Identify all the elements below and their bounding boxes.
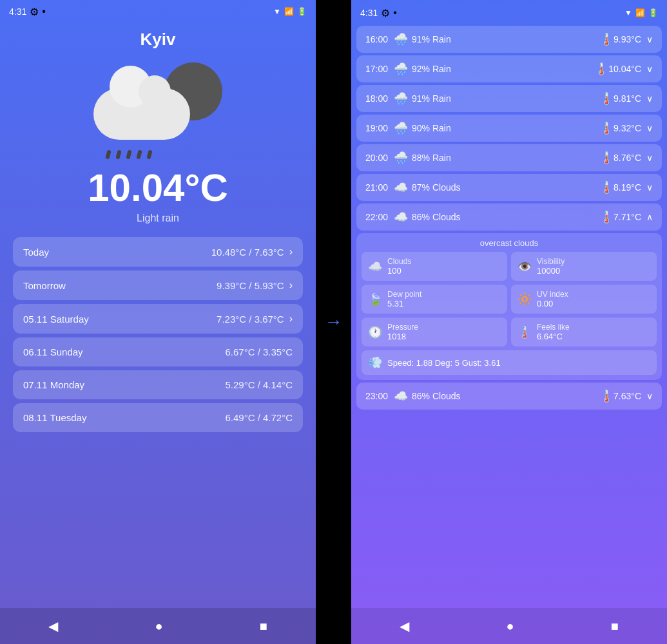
left-status-right: ▼ 📶 🔋	[273, 7, 307, 16]
forecast-temps-3: 6.67°C / 3.35°C	[225, 346, 293, 357]
forecast-day-1: Tomorrow	[23, 280, 217, 291]
forecast-day-5: 08.11 Tuesday	[23, 412, 225, 423]
hourly-desc-7: 86% Clouds	[412, 391, 461, 401]
hourly-icon-0: 🌧️	[394, 32, 408, 46]
hourly-icon-5: ☁️	[394, 180, 408, 194]
hourly-temp-7: 7.63°C	[614, 391, 641, 401]
hourly-weather-info-6: ☁️ 86% Clouds	[394, 210, 599, 224]
forecast-temps-1: 9.39°C / 5.93°C	[217, 280, 284, 291]
right-status-right: ▼ 📶 🔋	[624, 8, 658, 17]
forecast-item-2[interactable]: 05.11 Saturday 7.23°C / 3.67°C ›	[13, 304, 303, 334]
city-name: Kyiv	[140, 30, 176, 50]
feels-like-icon: 🌡️	[517, 325, 532, 339]
hourly-desc-3: 90% Rain	[412, 123, 451, 133]
hourly-weather-info-4: 🌧️ 88% Rain	[394, 151, 599, 165]
hourly-row-3[interactable]: 19:00 🌧️ 90% Rain 🌡️ 9.32°C ∨	[356, 115, 662, 142]
hourly-chevron-4[interactable]: ∨	[646, 153, 653, 163]
hour-label-5: 21:00	[365, 182, 394, 193]
hourly-desc-0: 91% Rain	[412, 34, 451, 44]
hourly-row-2[interactable]: 18:00 🌧️ 91% Rain 🌡️ 9.81°C ∨	[356, 85, 662, 112]
visibility-label: Visibility	[537, 257, 565, 266]
rain-drop-3	[126, 149, 131, 159]
dew-point-value: 5.31	[387, 299, 421, 308]
recents-button[interactable]: ■	[260, 619, 267, 634]
visibility-cell: 👁️ Visibility 10000	[511, 252, 657, 281]
rain-drop-1	[105, 149, 111, 159]
feels-like-value: 6.64°C	[537, 332, 570, 341]
forecast-temps-5: 6.49°C / 4.72°C	[225, 412, 293, 423]
divider: →	[316, 0, 351, 644]
hourly-chevron-3[interactable]: ∨	[646, 123, 653, 133]
left-time: 4:31	[9, 6, 26, 17]
forecast-item-5[interactable]: 08.11 Tuesday 6.49°C / 4.72°C	[13, 403, 303, 432]
hourly-icon-4: 🌧️	[394, 151, 408, 165]
hourly-desc-1: 92% Rain	[412, 64, 451, 74]
hour-label-0: 16:00	[365, 34, 394, 44]
rain-drop-4	[136, 149, 142, 159]
hour-label-1: 17:00	[365, 64, 394, 74]
right-status-left: 4:31 ⚙ •	[360, 7, 397, 19]
hourly-chevron-7[interactable]: ∨	[646, 391, 653, 401]
left-status-left: 4:31 ⚙ •	[9, 6, 46, 18]
visibility-value: 10000	[537, 266, 565, 276]
right-settings-icon: ⚙	[381, 7, 390, 19]
hourly-row-0[interactable]: 16:00 🌧️ 91% Rain 🌡️ 9.93°C ∨	[356, 26, 662, 53]
forecast-item-3[interactable]: 06.11 Sunday 6.67°C / 3.35°C	[13, 337, 303, 366]
hour-label-6: 22:00	[365, 212, 394, 222]
wind-icon: 💨	[368, 355, 382, 370]
hourly-chevron-5[interactable]: ∨	[646, 182, 653, 193]
hour-label-7: 23:00	[365, 391, 394, 401]
thermometer-icon-3: 🌡️	[599, 121, 614, 135]
clouds-cell: ☁️ Clouds 100	[362, 252, 507, 281]
hourly-weather-info-7: ☁️ 86% Clouds	[394, 389, 599, 403]
forecast-day-4: 07.11 Monday	[23, 379, 225, 390]
hourly-row-1[interactable]: 17:00 🌧️ 92% Rain 🌡️ 10.04°C ∨	[356, 55, 662, 82]
hourly-temp-1: 10.04°C	[608, 64, 641, 74]
rain-drops	[106, 150, 151, 159]
right-signal-icon: 📶	[635, 8, 645, 17]
hourly-row-7[interactable]: 23:00 ☁️ 86% Clouds 🌡️ 7.63°C ∨	[356, 383, 662, 410]
forecast-item-4[interactable]: 07.11 Monday 5.29°C / 4.14°C	[13, 370, 303, 399]
uv-index-cell: 🔆 UV index 0.00	[511, 285, 657, 314]
back-button[interactable]: ◀	[48, 618, 58, 634]
thermometer-icon-5: 🌡️	[599, 180, 614, 194]
hourly-chevron-0[interactable]: ∨	[646, 34, 653, 44]
forecast-chevron-0[interactable]: ›	[289, 246, 293, 258]
forecast-temps-4: 5.29°C / 4.14°C	[225, 379, 293, 390]
hourly-temp-6: 7.71°C	[614, 212, 641, 222]
right-back-button[interactable]: ◀	[400, 618, 409, 634]
hourly-chevron-1[interactable]: ∨	[646, 64, 653, 74]
right-wifi-icon: ▼	[624, 8, 632, 17]
right-recents-button[interactable]: ■	[611, 619, 619, 634]
hourly-row-6[interactable]: 22:00 ☁️ 86% Clouds 🌡️ 7.71°C ∧	[356, 204, 662, 231]
hour-label-2: 18:00	[365, 93, 394, 104]
forecast-chevron-2[interactable]: ›	[289, 313, 293, 325]
forecast-day-2: 05.11 Saturday	[23, 314, 217, 325]
hourly-icon-7: ☁️	[394, 389, 408, 403]
hourly-row-4[interactable]: 20:00 🌧️ 88% Rain 🌡️ 8.76°C ∨	[356, 144, 662, 171]
hourly-row-5[interactable]: 21:00 ☁️ 87% Clouds 🌡️ 8.19°C ∨	[356, 174, 662, 201]
right-time: 4:31	[360, 8, 378, 18]
dot-icon: •	[42, 6, 46, 17]
hourly-chevron-2[interactable]: ∨	[646, 93, 653, 104]
home-button[interactable]: ●	[155, 619, 162, 634]
dew-point-label: Dew point	[387, 290, 421, 299]
hour-label-4: 20:00	[365, 153, 394, 163]
hourly-icon-6: ☁️	[394, 210, 408, 224]
thermometer-icon-7: 🌡️	[599, 389, 614, 403]
right-home-button[interactable]: ●	[506, 619, 514, 634]
main-cloud	[93, 88, 190, 140]
right-status-bar: 4:31 ⚙ • ▼ 📶 🔋	[351, 0, 667, 23]
hourly-chevron-6[interactable]: ∧	[646, 212, 653, 222]
wind-cell: 💨 Speed: 1.88 Deg: 5 Gust: 3.61	[362, 350, 657, 375]
forecast-item-0[interactable]: Today 10.48°C / 7.63°C ›	[13, 237, 303, 267]
hourly-weather-info-1: 🌧️ 92% Rain	[394, 62, 594, 76]
detail-grid: ☁️ Clouds 100 👁️ Visibility 10000 🍃	[362, 252, 657, 375]
forecast-item-1[interactable]: Tomorrow 9.39°C / 5.93°C ›	[13, 270, 303, 300]
forecast-list: Today 10.48°C / 7.63°C › Tomorrow 9.39°C…	[13, 237, 303, 432]
hourly-icon-2: 🌧️	[394, 91, 408, 106]
hourly-list: 16:00 🌧️ 91% Rain 🌡️ 9.93°C ∨ 17:00 🌧️ 9…	[351, 23, 667, 608]
feels-like-label: Feels like	[537, 323, 570, 332]
dew-point-icon: 🍃	[368, 292, 382, 307]
forecast-chevron-1[interactable]: ›	[289, 279, 293, 291]
